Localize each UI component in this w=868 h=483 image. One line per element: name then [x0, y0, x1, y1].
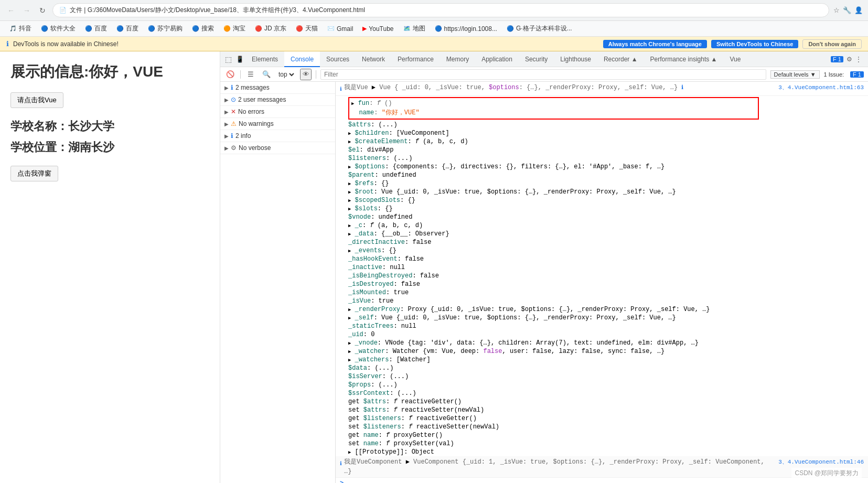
lock-icon: 📄 [59, 7, 67, 14]
prop-parent: $parent: undefined [348, 171, 864, 179]
show-live-expr-button[interactable]: 👁 [300, 69, 312, 80]
vue-prop-fun: ▶ fun: f () [351, 99, 756, 108]
tab-sources[interactable]: Sources [320, 51, 356, 67]
bookmark-jd[interactable]: 🔴 JD 京东 [251, 23, 291, 34]
devtools-tabs: ⬚ 📱 Elements Console Sources Network Per… [220, 51, 868, 67]
more-menu-icon[interactable]: ⋮ [855, 56, 862, 63]
source-link-2[interactable]: 3、4.VueComponent.html:46 [774, 457, 864, 467]
default-levels-dropdown[interactable]: Default levels ▼ [770, 70, 820, 79]
tab-performance-insights[interactable]: Performance insights ▲ [644, 51, 724, 67]
dont-show-again-button[interactable]: Don't show again [802, 39, 862, 49]
bookmark-gezi[interactable]: 🔵 G·格子达本科非设... [502, 23, 576, 34]
prop-get-name: get name: f proxyGetter() [348, 431, 864, 439]
prop-createelement: ▶ $createElement: f (a, b, c, d) [348, 137, 864, 146]
tab-elements[interactable]: Elements [245, 51, 284, 67]
bookmark-search[interactable]: 🔵 搜索 [188, 23, 218, 34]
always-match-language-button[interactable]: Always match Chrome's language [603, 40, 707, 48]
toggle-filter-button[interactable]: 🔍 [261, 69, 272, 80]
bookmark-baidu1[interactable]: 🔵 百度 [81, 23, 111, 34]
expand-fun-arrow[interactable]: ▶ [351, 101, 354, 106]
forward-button[interactable]: → [21, 5, 33, 16]
prop-get-attrs: get $attrs: f reactiveGetter() [348, 398, 864, 406]
verbose-label: No verbose [239, 144, 271, 152]
bookmark-baidu2[interactable]: 🔵 百度 [112, 23, 143, 34]
switch-devtools-chinese-button[interactable]: Switch DevTools to Chinese [711, 40, 799, 48]
prop-isdestroyed: _isDestroyed: false [348, 280, 864, 288]
expand-vue-arrow[interactable]: ▶ [372, 84, 376, 91]
devtools-notification-bar: ℹ DevTools is now available in Chinese! … [0, 37, 868, 51]
bookmark-suning[interactable]: 🔵 苏宁易购 [144, 23, 187, 34]
tab-network[interactable]: Network [356, 51, 391, 67]
bookmark-login[interactable]: 🔵 https://login.1008... [431, 24, 501, 34]
source-link-1[interactable]: 3、4.VueComponent.html:63 [774, 83, 864, 92]
info-icon: ℹ [6, 40, 9, 48]
address-bar[interactable]: 📄 文件 | G:/360MoveData/Users/静小文/Desktop/… [52, 3, 829, 17]
msg-group-errors-header[interactable]: ▶ ✕ No errors [220, 106, 335, 117]
issue-count-badge: F 1 [831, 56, 843, 62]
msg-group-warnings: ▶ ⚠ No warnings [220, 118, 335, 130]
expand-errors-arrow: ▶ [224, 109, 229, 115]
msg-group-messages: ▶ ℹ 2 messages [220, 82, 335, 94]
device-toolbar-button[interactable]: 📱 [234, 53, 245, 65]
tab-console[interactable]: Console [284, 51, 320, 67]
msg-group-verbose-header[interactable]: ▶ ⚙ No verbose [220, 142, 335, 154]
expand-messages-arrow: ▶ [224, 85, 229, 91]
context-selector[interactable]: top [276, 70, 296, 79]
msg-group-user-header[interactable]: ▶ ⊙ 2 user messages [220, 94, 335, 105]
prop-data2: $data: (...) [348, 364, 864, 372]
tab-memory[interactable]: Memory [440, 51, 475, 67]
msg-group-messages-header[interactable]: ▶ ℹ 2 messages [220, 82, 335, 93]
devtools-panel: ⬚ 📱 Elements Console Sources Network Per… [220, 51, 868, 483]
bookmark-tiktok[interactable]: 🎵 抖音 [5, 23, 36, 34]
tab-security[interactable]: Security [519, 51, 554, 67]
school-name-section: 学校名称：长沙大学 [10, 119, 209, 134]
inspect-element-button[interactable]: ⬚ [222, 53, 234, 65]
click-vue-button[interactable]: 请点击我Vue [10, 92, 63, 108]
prompt-input-area[interactable] [346, 479, 864, 483]
info-log-icon: ℹ [340, 85, 342, 94]
devtools-tab-icons: F 1 ⚙ ⋮ [831, 56, 866, 63]
back-button[interactable]: ← [5, 5, 17, 16]
highlighted-properties: ▶ fun: f () name: "你好，VUE" [348, 97, 759, 120]
prop-ssrcontext: $ssrContext: (...) [348, 389, 864, 398]
tab-recorder[interactable]: Recorder ▲ [597, 51, 644, 67]
tiktok-icon: 🎵 [9, 25, 17, 32]
settings-icon[interactable]: ⚙ [846, 56, 852, 63]
prop-get-listeners: get $listeners: f reactiveGetter() [348, 414, 864, 423]
bookmark-taobao[interactable]: 🟠 淘宝 [219, 23, 250, 34]
tab-lighthouse[interactable]: Lighthouse [554, 51, 597, 67]
prop-events: ▶ _events: {} [348, 246, 864, 255]
filter-input[interactable] [320, 69, 766, 80]
click-window-button[interactable]: 点击我弹窗 [10, 166, 58, 181]
bookmark-youtube[interactable]: ▶ YouTube [358, 24, 398, 34]
prop-listeners: $listeners: (...) [348, 154, 864, 163]
prop-props: $props: (...) [348, 381, 864, 389]
refresh-button[interactable]: ↻ [37, 5, 48, 16]
tab-application[interactable]: Application [475, 51, 519, 67]
prop-watchers: ▶ _watchers: [Watcher] [348, 356, 864, 364]
profile-icon[interactable]: 👤 [854, 6, 863, 14]
prop-ismounted: _isMounted: true [348, 288, 864, 297]
msg-group-info-header[interactable]: ▶ ℹ 2 info [220, 130, 335, 142]
prop-set-listeners: set $listeners: f reactiveSetter(newVal) [348, 423, 864, 431]
expand-warnings-arrow: ▶ [224, 121, 229, 127]
verbose-icon: ⚙ [231, 144, 237, 152]
clear-console-button[interactable]: 🚫 [224, 69, 236, 80]
extension-icon[interactable]: 🔧 [843, 6, 851, 14]
toggle-sidebar-button[interactable]: ☰ [245, 69, 256, 80]
bookmark-tianmao[interactable]: 🔴 天猫 [292, 23, 322, 34]
prop-isbeingdestroyed: _isBeingDestroyed: false [348, 272, 864, 280]
issue-count-label: 1 Issue: [824, 71, 844, 78]
bookmark-map[interactable]: 🗺️ 地图 [399, 23, 430, 34]
bookmark-gmail[interactable]: ✉️ Gmail [323, 24, 357, 34]
msg-group-warnings-header[interactable]: ▶ ⚠ No warnings [220, 118, 335, 130]
console-body: ▶ ℹ 2 messages ▶ ⊙ 2 user messages ▶ [220, 82, 868, 483]
tab-vue[interactable]: Vue [723, 51, 747, 67]
tab-performance[interactable]: Performance [391, 51, 440, 67]
prop-hashookevent: _hasHookEvent: false [348, 255, 864, 263]
expand-vuecomponent-arrow[interactable]: ▶ [406, 458, 410, 466]
console-line-1: ℹ 我是Vue ▶ Vue { _uid: 0, _isVue: true, $… [336, 82, 868, 96]
bookmark-star-icon[interactable]: ☆ [833, 6, 840, 14]
bookmark-software[interactable]: 🔵 软件大全 [37, 23, 80, 34]
info-badge[interactable]: ℹ [681, 84, 683, 91]
